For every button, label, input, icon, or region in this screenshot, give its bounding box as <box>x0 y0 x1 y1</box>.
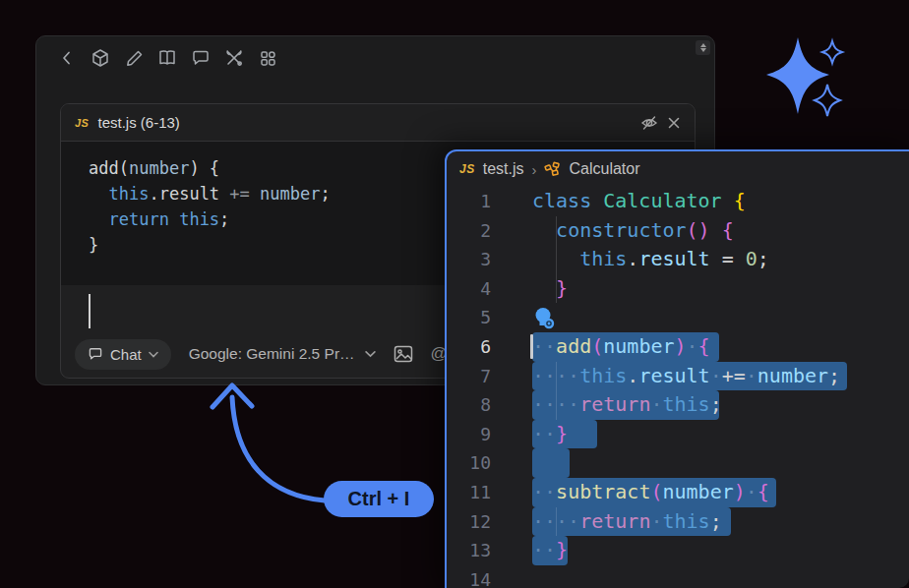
line-number: 4 <box>447 274 491 304</box>
edit-pencil-icon[interactable] <box>123 47 145 69</box>
editor-code-line[interactable]: 12····return·this; <box>447 507 909 537</box>
image-attach-icon[interactable] <box>394 345 413 363</box>
chat-toolbar <box>36 36 714 80</box>
widget-scroll-control[interactable] <box>696 40 710 55</box>
editor-code-line[interactable]: 10 <box>447 448 909 478</box>
line-number: 7 <box>447 362 491 391</box>
package-cube-icon[interactable] <box>90 47 111 69</box>
js-file-badge: JS <box>75 117 89 129</box>
line-text: ··add(number)·{ <box>532 332 710 362</box>
chat-mode-label: Chat <box>110 346 142 363</box>
model-label: Google: Gemini 2.5 Pr… <box>189 345 355 363</box>
back-chevron-icon[interactable] <box>56 47 78 69</box>
line-number: 1 <box>447 187 491 216</box>
editor-code-line[interactable]: 14 <box>447 565 909 588</box>
line-text: ····this.result·+=·number; <box>532 362 840 391</box>
close-icon[interactable] <box>667 116 681 130</box>
scroll-up-icon <box>700 43 706 47</box>
js-file-badge: JS <box>459 162 475 176</box>
line-text: this.result = 0; <box>532 245 769 274</box>
book-icon[interactable] <box>156 47 178 69</box>
editor-code-line[interactable]: 2 constructor() { <box>447 216 909 246</box>
line-number: 10 <box>447 448 491 478</box>
sparkle-decoration <box>766 37 842 116</box>
page-background: { "colors": { "accent_blue": "#4f84f1", … <box>0 0 909 588</box>
model-selector[interactable]: Google: Gemini 2.5 Pr… <box>189 345 376 363</box>
class-symbol-icon <box>544 161 561 178</box>
eye-off-icon[interactable] <box>640 114 658 132</box>
line-text: } <box>532 274 568 304</box>
tools-icon[interactable] <box>223 47 245 69</box>
breadcrumb-symbol[interactable]: Calculator <box>569 160 639 178</box>
line-number: 13 <box>447 536 491 565</box>
editor-code-area[interactable]: 1class Calculator {2 constructor() {3 th… <box>447 187 909 588</box>
apps-grid-icon[interactable] <box>257 47 278 69</box>
keyboard-shortcut-badge: Ctrl + I <box>324 481 434 517</box>
line-text: constructor() { <box>532 216 734 246</box>
line-number: 11 <box>447 478 491 507</box>
editor-code-line[interactable]: 6··add(number)·{ <box>447 332 909 362</box>
chevron-down-icon <box>365 350 376 358</box>
editor-code-line[interactable]: 3 this.result = 0; <box>447 245 909 274</box>
chat-mode-button[interactable]: Chat <box>75 339 171 370</box>
editor-code-line[interactable]: 13··} <box>447 536 909 565</box>
lightbulb-suggestion-icon[interactable] <box>532 306 558 331</box>
editor-code-line[interactable]: 11··subtract(number)·{ <box>447 478 909 507</box>
code-editor-panel: JS test.js › Calculator 1class Calculato… <box>445 149 909 588</box>
selection-highlight <box>532 448 570 478</box>
breadcrumb-file[interactable]: test.js <box>483 160 524 178</box>
scroll-down-icon <box>700 48 706 52</box>
line-number: 12 <box>447 507 491 537</box>
line-number: 14 <box>447 565 491 588</box>
line-number: 2 <box>447 216 491 246</box>
breadcrumb[interactable]: JS test.js › Calculator <box>447 151 909 187</box>
editor-code-line[interactable]: 5 <box>447 303 909 332</box>
line-number: 3 <box>447 245 491 274</box>
editor-code-line[interactable]: 1class Calculator { <box>447 187 909 216</box>
attachment-title: test.js (6-13) <box>97 114 179 131</box>
editor-code-line[interactable]: 7····this.result·+=·number; <box>447 362 909 391</box>
shortcut-label: Ctrl + I <box>348 488 410 510</box>
line-text: ··subtract(number)·{ <box>532 478 769 507</box>
line-number: 6 <box>447 332 491 362</box>
chevron-down-icon <box>149 351 158 358</box>
line-number: 8 <box>447 390 491 420</box>
chat-bubble-icon <box>88 346 103 362</box>
line-number: 9 <box>447 420 491 449</box>
line-text: ··} <box>532 420 568 449</box>
breadcrumb-separator: › <box>531 161 536 178</box>
attachment-tab[interactable]: JS test.js (6-13) <box>61 104 695 142</box>
editor-code-line[interactable]: 8····return·this; <box>447 390 909 420</box>
line-text: ····return·this; <box>532 507 722 537</box>
line-text: ····return·this; <box>532 390 722 420</box>
line-text: class Calculator { <box>532 187 746 216</box>
editor-code-line[interactable]: 4 } <box>447 274 909 304</box>
text-caret <box>89 294 91 328</box>
line-text: ··} <box>532 536 568 565</box>
line-number: 5 <box>447 303 491 332</box>
comment-bubble-icon[interactable] <box>190 47 212 69</box>
editor-code-line[interactable]: 9··} <box>447 420 909 449</box>
